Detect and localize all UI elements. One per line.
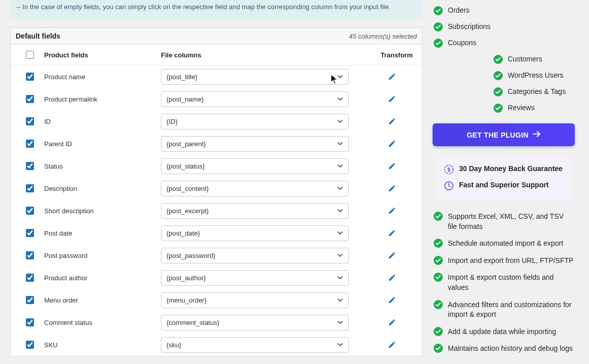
check-icon	[434, 327, 443, 336]
transform-edit-button[interactable]	[386, 272, 398, 284]
transform-edit-button[interactable]	[386, 71, 398, 83]
pencil-icon	[388, 73, 396, 81]
file-column-select[interactable]: {post_title}	[161, 69, 349, 85]
panel-header: Default fields 45 columns(s) selected	[11, 28, 422, 45]
sidebar-item-label: Reviews	[508, 104, 535, 112]
field-label: Description	[44, 185, 161, 192]
file-column-select[interactable]: {post_parent}	[161, 136, 349, 152]
cta-label: GET THE PLUGIN	[467, 131, 529, 139]
file-column-select[interactable]: {post_excerpt}	[161, 203, 349, 219]
field-row: Post date{post_date}	[11, 222, 422, 244]
support-icon	[444, 181, 454, 191]
row-checkbox[interactable]	[26, 251, 34, 259]
file-column-select[interactable]: {post_name}	[161, 91, 349, 107]
field-row: Product name{post_title}	[11, 65, 422, 88]
sidebar-item: Orders	[433, 3, 575, 19]
field-row: Short description{post_excerpt}	[11, 200, 422, 222]
row-checkbox[interactable]	[26, 162, 34, 170]
transform-edit-button[interactable]	[386, 205, 398, 217]
transform-edit-button[interactable]	[386, 115, 398, 127]
file-column-select[interactable]: {post_author}	[161, 270, 349, 286]
check-icon	[434, 212, 443, 221]
feature-item: Advanced filters and customizations for …	[433, 296, 575, 323]
guarantee-line2: Fast and Superior Support	[459, 181, 549, 189]
feature-label: Add & update data while importing	[448, 327, 556, 337]
check-icon	[434, 300, 443, 309]
feature-label: Import & export custom fields and values	[448, 273, 574, 292]
file-column-select[interactable]: {post_content}	[161, 181, 349, 196]
feature-label: Advanced filters and customizations for …	[448, 300, 574, 320]
sidebar-item-label: Coupons	[448, 39, 476, 47]
feature-label: Maintains action history and debug logs	[448, 344, 573, 354]
pencil-icon	[388, 95, 396, 103]
sidebar-item: Reviews	[433, 100, 575, 116]
transform-edit-button[interactable]	[386, 249, 398, 261]
sidebar-item: Coupons	[433, 35, 575, 51]
sidebar-item: Customers	[433, 51, 575, 68]
row-checkbox[interactable]	[26, 341, 34, 349]
guarantee-line1: 30 Day Money Back Guarantee	[459, 164, 563, 173]
panel-title: Default fields	[16, 32, 60, 40]
feature-label: Supports Excel, XML, CSV, and TSV file f…	[448, 212, 574, 231]
file-column-select[interactable]: {sku}	[161, 337, 349, 353]
transform-edit-button[interactable]	[386, 93, 398, 105]
row-checkbox[interactable]	[26, 274, 34, 282]
header-transform: Transform	[371, 51, 417, 59]
field-label: Post date	[44, 229, 161, 237]
transform-edit-button[interactable]	[386, 294, 398, 306]
guarantee-support: Fast and Superior Support	[444, 178, 564, 194]
sidebar-item: Subscriptions	[433, 19, 575, 35]
row-checkbox[interactable]	[26, 117, 34, 125]
default-fields-panel: Default fields 45 columns(s) selected Pr…	[10, 27, 422, 356]
row-checkbox[interactable]	[26, 95, 34, 103]
field-label: SKU	[44, 341, 161, 349]
selected-count: 45 columns(s) selected	[349, 32, 417, 40]
row-checkbox[interactable]	[26, 207, 34, 215]
transform-edit-button[interactable]	[386, 182, 398, 194]
file-column-select[interactable]: {ID}	[161, 114, 349, 129]
guarantee-box: $ 30 Day Money Back Guarantee Fast and S…	[437, 156, 571, 199]
transform-edit-button[interactable]	[386, 138, 398, 150]
transform-edit-button[interactable]	[386, 227, 398, 239]
row-checkbox[interactable]	[26, 184, 34, 192]
transform-edit-button[interactable]	[386, 160, 398, 172]
field-label: Product author	[44, 274, 161, 282]
row-checkbox[interactable]	[26, 73, 34, 81]
field-row: Product permalink{post_name}	[11, 88, 422, 110]
field-label: Product name	[44, 73, 161, 81]
transform-edit-button[interactable]	[386, 339, 398, 351]
header-product-fields: Product fields	[44, 51, 161, 59]
pencil-icon	[388, 117, 396, 125]
row-checkbox[interactable]	[26, 140, 34, 148]
sidebar-item: WordPress Users	[433, 68, 575, 84]
pencil-icon	[388, 162, 396, 170]
row-checkbox[interactable]	[26, 296, 34, 304]
info-banner: -- In the case of empty fields, you can …	[10, 0, 422, 19]
field-label: Post password	[44, 252, 161, 259]
file-column-select[interactable]: {comment_status}	[161, 315, 349, 330]
pencil-icon	[388, 229, 396, 237]
file-column-select[interactable]: {post_password}	[161, 248, 349, 263]
check-icon	[494, 55, 503, 64]
table-header-row: Product fields File columns Transform	[11, 45, 422, 65]
feature-label: Schedule automated import & export	[448, 239, 563, 249]
row-checkbox[interactable]	[26, 229, 34, 237]
row-checkbox[interactable]	[26, 318, 34, 326]
select-all-checkbox[interactable]	[26, 51, 34, 59]
field-label: Product permalink	[44, 95, 161, 103]
check-icon	[494, 104, 503, 113]
pencil-icon	[388, 207, 396, 215]
feature-item: Add & update data while importing	[433, 323, 575, 341]
check-icon	[434, 344, 443, 353]
feature-label: Import and export from URL, FTP/SFTP	[448, 256, 573, 266]
feature-item: Maintains action history and debug logs	[433, 340, 575, 357]
transform-edit-button[interactable]	[386, 316, 398, 328]
feature-item: Supports Excel, XML, CSV, and TSV file f…	[433, 208, 575, 235]
pencil-icon	[388, 296, 396, 304]
get-plugin-button[interactable]: GET THE PLUGIN	[433, 123, 575, 146]
file-column-select[interactable]: {post_status}	[161, 158, 349, 174]
file-column-select[interactable]: {menu_order}	[161, 292, 349, 308]
sidebar-item-label: WordPress Users	[508, 71, 563, 79]
file-column-select[interactable]: {post_date}	[161, 225, 349, 241]
field-row: SKU{sku}	[11, 334, 422, 356]
